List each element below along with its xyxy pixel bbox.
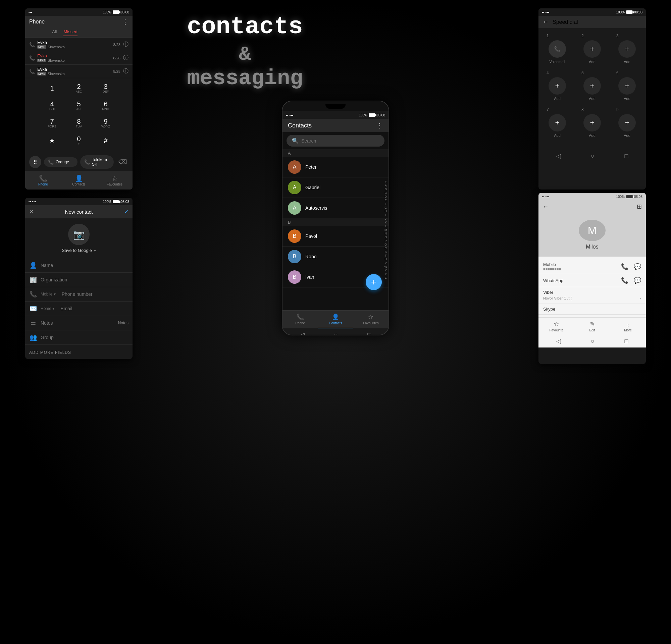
edit-btn[interactable]: ✎ Edit — [574, 320, 610, 332]
voicemail-circle[interactable]: 📞 — [548, 40, 566, 58]
star-icon: ☆ — [554, 320, 559, 328]
add-circle-3[interactable]: + — [618, 40, 636, 58]
speed-slot-6[interactable]: 6 + Add — [613, 70, 641, 101]
message-whatsapp-icon[interactable]: 💬 — [634, 277, 641, 284]
notes-input[interactable] — [41, 320, 115, 326]
speed-slot-2[interactable]: 2 + Add — [579, 34, 606, 64]
contacts-more-icon[interactable]: ⋮ — [377, 121, 383, 129]
viber-chevron-icon[interactable]: › — [640, 296, 641, 301]
name-peter: Peter — [305, 164, 316, 170]
speed-slot-8[interactable]: 8 + Add — [579, 107, 606, 138]
add-more-fields-btn[interactable]: ADD MORE FIELDS — [25, 345, 132, 359]
carrier-orange-btn[interactable]: 📞 Orange — [44, 157, 77, 167]
back-speed-dial-btn[interactable]: ← — [543, 18, 548, 25]
nav-contacts[interactable]: 👤 Contacts — [61, 173, 97, 188]
contacts-nav-favourites[interactable]: ☆ Favourites — [353, 311, 389, 329]
home-speed-btn[interactable]: ○ — [591, 153, 595, 160]
search-bar[interactable]: 🔍 — [287, 135, 384, 146]
add-photo-btn[interactable]: 📷 — [68, 224, 90, 245]
save-to-google-btn[interactable]: Save to Google ▾ — [62, 248, 96, 253]
recents-contacts-btn[interactable]: □ — [367, 331, 371, 336]
call-whatsapp-icon[interactable]: 📞 — [621, 277, 629, 284]
save-label: Save to Google — [62, 248, 92, 253]
email-icon: ✉️ — [29, 305, 37, 312]
add-circle-4[interactable]: + — [548, 77, 566, 94]
add-circle-5[interactable]: + — [583, 77, 601, 94]
speed-slot-9[interactable]: 9 + Add — [613, 107, 641, 138]
speed-slot-1[interactable]: 1 📞 Voicemail — [544, 34, 571, 64]
alpha-index: # A B C D E F G H I J K L M N O P Q R S … — [384, 149, 388, 310]
phone-input[interactable] — [62, 292, 128, 297]
key-hash[interactable]: # — [94, 133, 117, 148]
qr-icon[interactable]: ⊞ — [637, 203, 642, 210]
name-robo: Robo — [305, 254, 316, 259]
speed-slot-7[interactable]: 7 + Add — [544, 107, 571, 138]
field-org: 🏢 — [25, 273, 132, 287]
home-contacts-btn[interactable]: ○ — [334, 331, 338, 336]
key-9[interactable]: 9WXYZ — [94, 116, 117, 130]
add-circle-8[interactable]: + — [583, 114, 601, 131]
name-input[interactable] — [41, 263, 128, 268]
recents-speed-btn[interactable]: □ — [624, 153, 628, 160]
contacts-nav-contacts[interactable]: 👤 Contacts — [318, 311, 353, 329]
call-info-2: Evka MMS Slovensko — [37, 53, 113, 62]
contacts-list: A A Peter A Gabriel A Autoservis B B Pav… — [282, 149, 389, 310]
search-input[interactable] — [301, 138, 379, 144]
group-input[interactable] — [41, 335, 128, 340]
add-label-4: Add — [554, 96, 561, 101]
skype-action: Skype — [539, 304, 646, 314]
key-1[interactable]: 1 — [41, 81, 63, 95]
contact-pavol[interactable]: B Pavol — [282, 226, 389, 246]
key-7[interactable]: 7PQRS — [41, 116, 63, 130]
nav-bar-detail: ◁ ○ □ — [539, 335, 646, 347]
contact-peter[interactable]: A Peter — [282, 157, 389, 178]
dialpad-toggle-btn[interactable]: ⠿ — [29, 156, 41, 168]
recents-detail-btn[interactable]: □ — [624, 338, 628, 345]
speed-slot-3[interactable]: 3 + Add — [613, 34, 641, 64]
add-circle-9[interactable]: + — [618, 114, 636, 131]
speed-slot-4[interactable]: 4 + Add — [544, 70, 571, 101]
more-icon-detail: ⋮ — [625, 320, 631, 328]
tab-missed[interactable]: Missed — [63, 29, 77, 36]
delete-btn[interactable]: ⌫ — [116, 156, 128, 168]
key-0[interactable]: 0+ — [67, 133, 90, 148]
home-detail-btn[interactable]: ○ — [591, 338, 595, 345]
back-detail-nav-btn[interactable]: ◁ — [556, 337, 561, 345]
org-input[interactable] — [41, 277, 128, 282]
key-2[interactable]: 2ABC — [67, 81, 90, 95]
email-input[interactable] — [60, 306, 128, 311]
contact-autoservis[interactable]: A Autoservis — [282, 198, 389, 218]
nav-phone[interactable]: 📞 Phone — [25, 173, 61, 188]
nav-favourites-label: Favourites — [107, 182, 123, 186]
add-contact-fab[interactable]: + — [366, 274, 382, 290]
more-btn[interactable]: ⋮ More — [610, 320, 646, 332]
contact-robo[interactable]: B Robo — [282, 246, 389, 267]
close-new-contact-btn[interactable]: ✕ — [29, 209, 34, 215]
call-mobile-icon[interactable]: 📞 — [621, 263, 629, 270]
back-detail-btn[interactable]: ← — [543, 203, 548, 210]
call-name-2-missed: Evka — [37, 53, 113, 59]
favourite-btn[interactable]: ☆ Favourite — [539, 320, 574, 332]
tab-all[interactable]: All — [52, 29, 57, 36]
signal-detail: ▪▪ ▪▪▪ — [542, 195, 549, 198]
contact-gabriel[interactable]: A Gabriel — [282, 178, 389, 198]
call-sub-2: MMS Slovensko — [37, 59, 113, 62]
message-mobile-icon[interactable]: 💬 — [634, 263, 641, 270]
nav-favourites[interactable]: ☆ Favourites — [97, 173, 132, 188]
time-speed: 08:08 — [634, 10, 643, 14]
key-4[interactable]: 4GHI — [41, 98, 63, 113]
key-star[interactable]: ★ — [41, 133, 63, 148]
speed-slot-5[interactable]: 5 + Add — [579, 70, 606, 101]
key-8[interactable]: 8TUV — [67, 116, 90, 130]
add-circle-2[interactable]: + — [583, 40, 601, 58]
back-contacts-btn[interactable]: ◁ — [300, 331, 305, 335]
contact-detail-screen: ▪▪ ▪▪▪ 100% 08:08 ← ⊞ M Milos Mobile ■■■… — [539, 193, 646, 364]
contacts-nav-phone[interactable]: 📞 Phone — [282, 311, 318, 329]
carrier-telekom-btn[interactable]: 📞 Telekom SK — [80, 155, 114, 169]
key-5[interactable]: 5JKL — [67, 98, 90, 113]
add-circle-6[interactable]: + — [618, 77, 636, 94]
add-circle-7[interactable]: + — [548, 114, 566, 131]
confirm-new-contact-btn[interactable]: ✓ — [124, 209, 128, 215]
back-speed-btn[interactable]: ◁ — [556, 152, 561, 160]
nav-phone-label: Phone — [38, 182, 48, 186]
